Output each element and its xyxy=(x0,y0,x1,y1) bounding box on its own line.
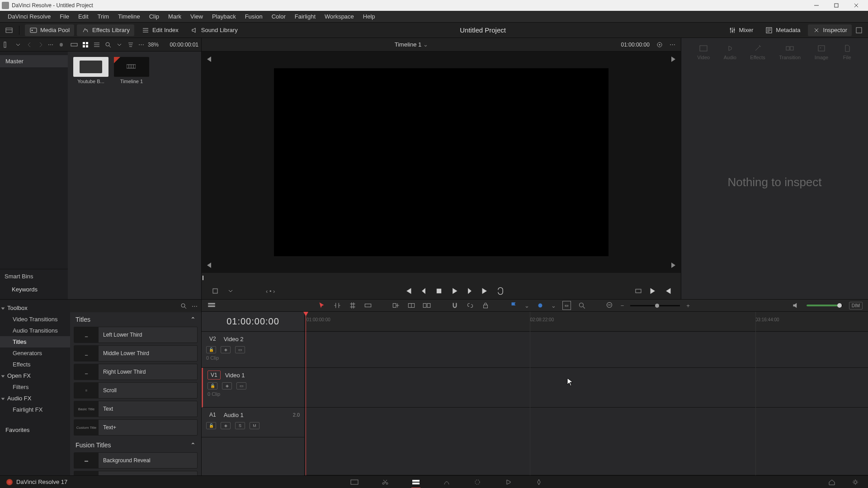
smart-bins-header[interactable]: Smart Bins xyxy=(0,269,68,283)
title-item[interactable]: ▁Left Lower Third xyxy=(74,327,198,343)
chevron-down-icon[interactable] xyxy=(14,40,22,49)
search-icon[interactable] xyxy=(179,301,188,310)
inspector-tab-audio[interactable]: Audio xyxy=(724,43,736,60)
viewer-title[interactable]: Timeline 1 ⌄ xyxy=(395,41,428,48)
blade-tool-icon[interactable] xyxy=(363,301,373,310)
dynamic-trim-icon[interactable] xyxy=(348,301,357,310)
viewer-zoom[interactable]: 38% xyxy=(148,42,159,48)
page-fusion[interactable] xyxy=(440,478,453,487)
zoom-search-icon[interactable] xyxy=(577,301,586,310)
marker-blue-icon[interactable] xyxy=(536,301,545,310)
tree-video-transitions[interactable]: Video Transitions xyxy=(0,314,70,325)
menu-help[interactable]: Help xyxy=(359,12,379,21)
menu-file[interactable]: File xyxy=(56,12,73,21)
trim-tool-icon[interactable] xyxy=(333,301,342,310)
menu-fairlight[interactable]: Fairlight xyxy=(291,12,320,21)
next-edit-icon[interactable] xyxy=(670,261,678,269)
track-header-v1[interactable]: V1Video 1 🔓◈▭ 0 Clip xyxy=(202,368,304,408)
inspector-tab-file[interactable]: File xyxy=(842,43,852,60)
dim-button[interactable]: DIM xyxy=(849,302,863,310)
track-header-a1[interactable]: A1Audio 12.0 🔓◈SM xyxy=(202,408,304,437)
close-button[interactable] xyxy=(846,0,866,11)
menu-fusion[interactable]: Fusion xyxy=(241,12,267,21)
chevron-down-icon[interactable] xyxy=(226,286,235,296)
nav-fwd-icon[interactable] xyxy=(37,40,44,49)
link-toggle-icon[interactable] xyxy=(466,301,475,310)
playhead[interactable] xyxy=(306,312,306,475)
tree-filters[interactable]: Filters xyxy=(0,381,70,393)
page-deliver[interactable] xyxy=(533,478,545,487)
page-edit[interactable] xyxy=(410,478,422,487)
insert-clip-icon[interactable] xyxy=(392,301,401,310)
title-item[interactable]: Basic TitleText xyxy=(74,401,198,417)
sound-library-toggle[interactable]: Sound Library xyxy=(186,24,242,36)
page-fairlight[interactable] xyxy=(502,478,514,487)
mixer-toggle[interactable]: Mixer xyxy=(724,24,758,36)
page-color[interactable] xyxy=(471,478,484,487)
speaker-icon[interactable] xyxy=(791,301,800,310)
menu-mark[interactable]: Mark xyxy=(164,12,185,21)
prev-frame-button[interactable] xyxy=(420,287,428,295)
fusion-section-header[interactable]: Fusion Titles⌃ xyxy=(70,438,201,452)
chevron-down-icon[interactable] xyxy=(116,40,123,49)
tree-audiofx[interactable]: Audio FX xyxy=(0,393,70,404)
overwrite-clip-icon[interactable] xyxy=(407,301,416,310)
timeline-timecode[interactable]: 01:00:00:00 xyxy=(202,312,304,332)
strip-view-icon[interactable] xyxy=(70,40,78,49)
menu-trim[interactable]: Trim xyxy=(94,12,113,21)
expand-panel-icon[interactable] xyxy=(854,26,863,35)
timeline-view-options-icon[interactable] xyxy=(207,301,216,310)
inspector-toggle[interactable]: Inspector xyxy=(808,24,852,36)
search-icon[interactable] xyxy=(104,40,112,49)
prev-edit-icon[interactable] xyxy=(204,55,212,63)
next-edit-icon[interactable] xyxy=(670,55,678,63)
play-button[interactable] xyxy=(450,287,458,295)
menu-color[interactable]: Color xyxy=(268,12,290,21)
maximize-button[interactable] xyxy=(826,0,846,11)
media-pool-toggle[interactable]: Media Pool xyxy=(25,24,74,36)
tree-favorites[interactable]: Favorites xyxy=(0,424,70,436)
bin-keywords[interactable]: Keywords xyxy=(0,283,68,296)
inspector-tab-video[interactable]: Video xyxy=(697,43,710,60)
last-frame-button[interactable] xyxy=(481,287,489,295)
edit-index-toggle[interactable]: Edit Index xyxy=(137,24,183,36)
titles-section-header[interactable]: Titles⌃ xyxy=(70,312,201,327)
inspector-tab-image[interactable]: Image xyxy=(815,43,829,60)
title-item[interactable]: ▁Right Lower Third xyxy=(74,364,198,380)
tree-fairlightfx[interactable]: Fairlight FX xyxy=(0,404,70,415)
nav-back-icon[interactable] xyxy=(25,40,33,49)
timeline-ruler[interactable]: 01:00:00:00 02:08:22:00 03:16:44:00 xyxy=(305,312,868,332)
menu-edit[interactable]: Edit xyxy=(74,12,92,21)
layout-preset-icon[interactable] xyxy=(5,26,14,35)
tree-audio-transitions[interactable]: Audio Transitions xyxy=(0,325,70,336)
clip-grid[interactable]: Youtube B... Timeline 1 xyxy=(68,52,201,299)
viewer-timecode[interactable]: 01:00:00:00 xyxy=(621,42,650,48)
tree-openfx[interactable]: Open FX xyxy=(0,370,70,381)
inspector-tab-transition[interactable]: Transition xyxy=(779,43,801,60)
menu-playback[interactable]: Playback xyxy=(208,12,240,21)
inspector-tab-effects[interactable]: Effects xyxy=(750,43,765,60)
tree-effects[interactable]: Effects xyxy=(0,359,70,370)
bin-list-icon[interactable] xyxy=(3,40,10,49)
minimize-button[interactable] xyxy=(807,0,826,11)
viewer-scrub-bar[interactable] xyxy=(202,273,681,283)
selection-tool-icon[interactable] xyxy=(317,301,326,310)
tree-titles[interactable]: Titles xyxy=(0,336,70,347)
track-lane-v2[interactable] xyxy=(305,332,868,368)
sort-icon[interactable] xyxy=(127,40,135,49)
menu-clip[interactable]: Clip xyxy=(145,12,163,21)
crop-toggle-icon[interactable] xyxy=(211,286,220,296)
timeline-tracks[interactable]: 01:00:00:00 02:08:22:00 03:16:44:00 xyxy=(305,312,868,475)
tree-toolbox[interactable]: Toolbox xyxy=(0,302,70,314)
title-item[interactable]: ▭Background Reveal Lower Third xyxy=(74,471,198,475)
bin-master[interactable]: Master xyxy=(0,55,68,67)
project-settings-button[interactable] xyxy=(849,478,862,487)
lock-toggle-icon[interactable] xyxy=(481,301,490,310)
title-item[interactable]: ▬Background Reveal xyxy=(74,452,198,469)
stop-button[interactable] xyxy=(435,287,443,295)
viewer-canvas[interactable] xyxy=(274,68,609,256)
tree-generators[interactable]: Generators xyxy=(0,347,70,359)
first-frame-button[interactable] xyxy=(404,287,412,295)
metadata-toggle[interactable]: Metadata xyxy=(760,24,805,36)
match-frame-icon[interactable] xyxy=(655,40,664,49)
